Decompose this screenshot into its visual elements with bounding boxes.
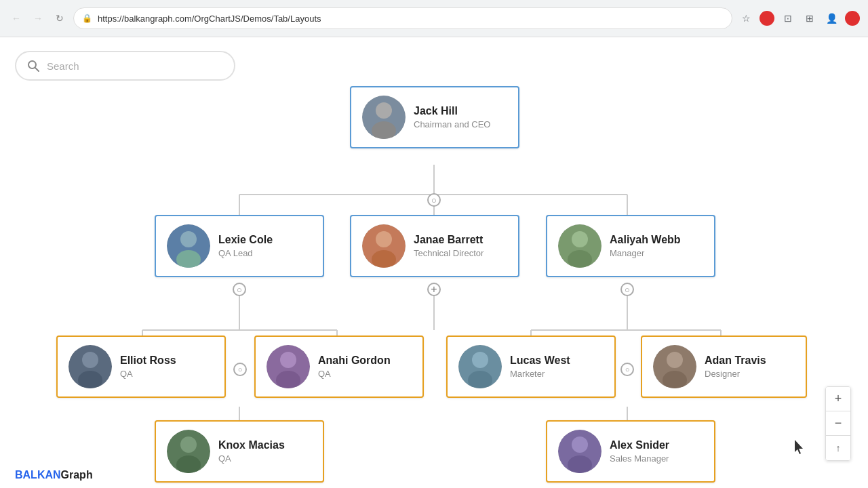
zoom-in-button[interactable]: +: [826, 387, 850, 411]
opera-menu-icon[interactable]: [845, 11, 860, 26]
svg-point-24: [572, 231, 588, 247]
search-input[interactable]: [47, 60, 224, 72]
node-janae[interactable]: Janae Barrett Technical Director: [350, 215, 519, 277]
connector-aaliyah-bottom[interactable]: ○: [620, 283, 634, 296]
avatar-alex: [558, 430, 601, 473]
svg-point-25: [568, 250, 592, 268]
svg-point-37: [568, 455, 592, 473]
svg-point-34: [180, 436, 197, 453]
avatar-lexie: [167, 224, 210, 268]
avatar-lucas: [458, 345, 502, 388]
svg-point-26: [82, 352, 98, 368]
ceo-name: Jack Hill: [414, 105, 490, 117]
node-alex[interactable]: Alex Snider Sales Manager: [546, 420, 715, 483]
avatar-adan: [653, 345, 696, 388]
alex-title: Sales Manager: [610, 453, 669, 464]
svg-point-20: [180, 231, 197, 247]
avatar-knox: [167, 430, 210, 473]
zoom-reset-button[interactable]: ↑: [826, 436, 850, 460]
svg-point-22: [376, 231, 392, 247]
svg-point-31: [468, 371, 492, 388]
node-aaliyah[interactable]: Aaliyah Webb Manager: [546, 215, 715, 277]
janae-name: Janae Barrett: [414, 234, 484, 246]
brand-balkan: BALKAN: [15, 469, 61, 481]
lucas-name: Lucas West: [510, 354, 570, 367]
anahi-title: QA: [318, 369, 391, 379]
lexie-title: QA Lead: [218, 248, 273, 258]
svg-point-27: [78, 371, 102, 388]
node-anahi[interactable]: Anahi Gordon QA: [254, 336, 424, 398]
knox-name: Knox Macias: [218, 439, 285, 451]
connector-lexie-bottom[interactable]: ○: [233, 283, 246, 296]
svg-point-35: [176, 455, 201, 473]
node-adan[interactable]: Adan Travis Designer: [641, 336, 807, 398]
node-knox[interactable]: Knox Macias QA: [155, 420, 324, 483]
main-content: Jack Hill Chairman and CEO ○ Lexie Cole …: [0, 37, 868, 488]
ext-icon[interactable]: ⊡: [780, 10, 796, 26]
alex-name: Alex Snider: [610, 439, 669, 451]
connector-ceo-bottom[interactable]: ○: [427, 193, 441, 207]
connector-lucas-right: ○: [620, 363, 634, 376]
zoom-controls: + − ↑: [825, 386, 851, 461]
aaliyah-name: Aaliyah Webb: [610, 234, 681, 246]
node-lucas[interactable]: Lucas West Marketer: [446, 336, 616, 398]
profile-icon[interactable]: 👤: [823, 10, 840, 26]
avatar-aaliyah: [558, 224, 601, 268]
adan-name: Adan Travis: [705, 354, 766, 367]
knox-title: QA: [218, 453, 285, 464]
anahi-name: Anahi Gordon: [318, 354, 391, 367]
svg-point-19: [372, 121, 396, 139]
elliot-title: QA: [120, 369, 176, 379]
avatar-janae: [362, 224, 406, 268]
capture-icon[interactable]: ⊞: [802, 10, 818, 26]
opera-icon[interactable]: [760, 11, 774, 26]
toolbar-icons: ☆ ⊡ ⊞ 👤: [738, 10, 860, 26]
forward-button[interactable]: →: [30, 10, 46, 26]
url-text: https://balkangraph.com/OrgChartJS/Demos…: [98, 14, 321, 24]
lucas-title: Marketer: [510, 369, 570, 379]
node-elliot[interactable]: Elliot Ross QA: [56, 336, 226, 398]
aaliyah-title: Manager: [610, 248, 681, 258]
zoom-out-button[interactable]: −: [826, 411, 850, 436]
svg-point-18: [376, 102, 392, 119]
svg-point-23: [372, 250, 396, 268]
svg-point-21: [176, 250, 201, 268]
brand-graph: Graph: [61, 469, 93, 481]
avatar-elliot: [68, 345, 112, 388]
svg-point-28: [280, 352, 296, 368]
svg-line-17: [35, 68, 39, 71]
janae-title: Technical Director: [414, 248, 484, 258]
address-bar[interactable]: 🔒 https://balkangraph.com/OrgChartJS/Dem…: [73, 7, 732, 29]
reload-button[interactable]: ↻: [52, 10, 68, 26]
lock-icon: 🔒: [82, 14, 92, 23]
svg-point-30: [472, 352, 488, 368]
elliot-name: Elliot Ross: [120, 354, 176, 367]
avatar-anahi: [267, 345, 310, 388]
node-ceo[interactable]: Jack Hill Chairman and CEO: [350, 86, 519, 148]
node-lexie[interactable]: Lexie Cole QA Lead: [155, 215, 324, 277]
branding: BALKANGraph: [15, 469, 93, 481]
adan-title: Designer: [705, 369, 766, 379]
svg-point-36: [572, 436, 588, 453]
browser-chrome: ← → ↻ 🔒 https://balkangraph.com/OrgChart…: [0, 0, 868, 37]
connector-janae-bottom[interactable]: +: [427, 283, 441, 296]
lexie-name: Lexie Cole: [218, 234, 273, 246]
svg-point-33: [663, 371, 687, 388]
avatar-ceo: [362, 96, 406, 139]
search-icon: [26, 59, 40, 73]
svg-point-32: [667, 352, 683, 368]
bookmark-icon[interactable]: ☆: [738, 10, 754, 26]
connector-elliot-right: ○: [233, 363, 247, 376]
svg-point-29: [276, 371, 300, 388]
back-button[interactable]: ←: [8, 10, 24, 26]
ceo-title: Chairman and CEO: [414, 119, 490, 129]
mouse-cursor: [795, 440, 803, 453]
search-box[interactable]: [15, 51, 235, 81]
